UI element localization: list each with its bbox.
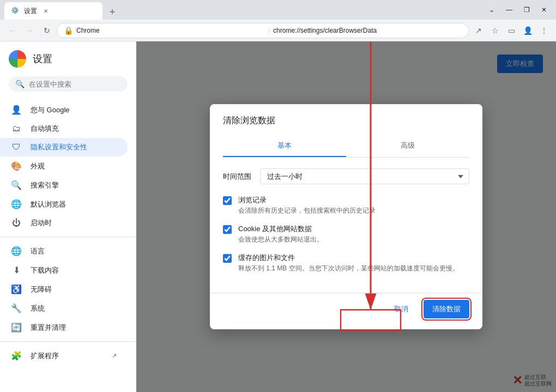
- sidebar-label-privacy: 隐私设置和安全性: [31, 142, 87, 152]
- minimize-button[interactable]: —: [501, 2, 517, 17]
- history-checkbox-item: 浏览记录 会清除所有历史记录，包括搜索框中的历史记录: [223, 195, 469, 215]
- external-link-icon: ↗: [112, 352, 117, 359]
- search-icon: 🔍: [15, 80, 25, 88]
- forward-button[interactable]: →: [22, 23, 37, 38]
- clear-data-button[interactable]: 清除数据: [424, 300, 469, 318]
- reload-button[interactable]: ↻: [39, 23, 55, 38]
- sidebar-item-startup[interactable]: ⏻ 启动时: [0, 214, 128, 232]
- sidebar-item-privacy[interactable]: 🛡 隐私设置和安全性: [0, 138, 128, 156]
- window-controls: ⌄ — ❐ ✕: [484, 2, 552, 17]
- main-area: 设置 🔍 👤 您与 Google 🗂 自动填充 🛡 隐私设置和安全性: [0, 41, 556, 392]
- tab-basic[interactable]: 基本: [223, 135, 346, 157]
- cast-button[interactable]: ▭: [504, 23, 519, 38]
- language-icon: 🌐: [11, 246, 22, 256]
- tab-favicon-icon: ⚙️: [11, 7, 20, 15]
- extension-icon: 🧩: [11, 351, 22, 361]
- sidebar-header: 设置: [0, 41, 136, 76]
- cookies-content: Cookie 及其他网站数据 会致使您从大多数网站退出。: [238, 224, 323, 244]
- sidebar-label-reset: 重置并清理: [31, 323, 66, 333]
- tab-close-button[interactable]: ✕: [41, 7, 50, 15]
- nav-divider-2: [0, 341, 136, 342]
- sidebar-item-appearance[interactable]: 🎨 外观: [0, 156, 128, 176]
- sidebar-label-default-browser: 默认浏览器: [31, 200, 66, 209]
- sidebar-label-downloads: 下载内容: [31, 266, 59, 275]
- modal-footer: 取消 清除数据: [210, 293, 482, 329]
- sidebar-item-reset[interactable]: 🔄 重置并清理: [0, 318, 128, 337]
- sidebar-item-system[interactable]: 🔧 系统: [0, 299, 128, 318]
- time-range-select[interactable]: 过去一小时过去24小时过去7天过去4周全部时间: [260, 168, 469, 184]
- sidebar-label-google: 您与 Google: [31, 105, 70, 115]
- nav-divider: [0, 237, 136, 237]
- cookies-title: Cookie 及其他网站数据: [238, 224, 323, 234]
- shield-icon: 🛡: [11, 142, 22, 152]
- autofill-icon: 🗂: [11, 124, 22, 134]
- sidebar-label-appearance: 外观: [31, 161, 45, 171]
- sidebar-title: 设置: [33, 52, 52, 65]
- system-icon: 🔧: [11, 303, 22, 313]
- modal-title: 清除浏览数据: [223, 115, 469, 126]
- cache-desc: 释放不到 1.1 MB 空间。当您下次访问时，某些网站的加载速度可能会更慢。: [238, 264, 459, 273]
- download-icon: ⬇: [11, 265, 22, 275]
- new-tab-button[interactable]: +: [105, 4, 120, 20]
- active-tab[interactable]: ⚙️ 设置 ✕: [4, 2, 102, 20]
- appearance-icon: 🎨: [11, 161, 22, 171]
- browser-icon: 🌐: [11, 199, 22, 209]
- sidebar-label-autofill: 自动填充: [31, 124, 59, 134]
- startup-icon: ⏻: [11, 218, 22, 228]
- sidebar-label-startup: 启动时: [31, 218, 52, 228]
- sidebar-label-extensions: 扩展程序: [31, 351, 59, 361]
- modal-overlay: 清除浏览数据 基本 高级 时间范围 过去一小时过去24小时过去7天过去4周全部时…: [136, 41, 556, 392]
- sidebar-item-default-browser[interactable]: 🌐 默认浏览器: [0, 195, 128, 214]
- sidebar-item-search[interactable]: 🔍 搜索引擎: [0, 176, 128, 195]
- title-bar: ⚙️ 设置 ✕ + ⌄ — ❐ ✕: [0, 0, 556, 20]
- settings-search-input[interactable]: [29, 80, 121, 88]
- address-bar: ← → ↻ 🔒 Chrome | chrome://settings/clear…: [0, 20, 556, 41]
- cancel-button[interactable]: 取消: [385, 300, 417, 318]
- settings-search-box[interactable]: 🔍: [9, 76, 128, 92]
- tab-advanced[interactable]: 高级: [346, 135, 469, 157]
- person-icon: 👤: [11, 105, 22, 115]
- sidebar-label-language: 语言: [31, 246, 45, 256]
- history-checkbox[interactable]: [223, 196, 232, 205]
- cache-checkbox[interactable]: [223, 254, 232, 263]
- sidebar-label-search: 搜索引擎: [31, 180, 59, 190]
- tab-strip: ⚙️ 设置 ✕ +: [4, 0, 484, 20]
- sidebar-item-autofill[interactable]: 🗂 自动填充: [0, 119, 128, 138]
- address-bar-actions: ↗ ☆ ▭ 👤 ⋮: [471, 23, 552, 38]
- settings-sidebar: 设置 🔍 👤 您与 Google 🗂 自动填充 🛡 隐私设置和安全性: [0, 41, 136, 392]
- sidebar-label-system: 系统: [31, 304, 45, 313]
- cache-title: 缓存的图片和文件: [238, 253, 459, 263]
- sidebar-item-language[interactable]: 🌐 语言: [0, 242, 128, 261]
- page-content: 立即检查 清除浏览数据: [136, 41, 556, 392]
- star-button[interactable]: ☆: [487, 23, 503, 38]
- chevron-down-icon[interactable]: ⌄: [484, 2, 499, 17]
- bookmark-button[interactable]: ↗: [471, 23, 486, 38]
- accessibility-icon: ♿: [11, 284, 22, 294]
- url-input[interactable]: 🔒 Chrome | chrome://settings/clearBrowse…: [57, 23, 469, 38]
- cookies-checkbox[interactable]: [223, 225, 232, 234]
- tab-title: 设置: [24, 7, 37, 16]
- sidebar-item-accessibility[interactable]: ♿ 无障碍: [0, 280, 128, 299]
- menu-button[interactable]: ⋮: [536, 23, 552, 38]
- sidebar-item-google[interactable]: 👤 您与 Google: [0, 100, 128, 119]
- time-range-row: 时间范围 过去一小时过去24小时过去7天过去4周全部时间: [223, 168, 469, 184]
- modal-body: 时间范围 过去一小时过去24小时过去7天过去4周全部时间 浏览记录 会清除所有历…: [210, 158, 482, 292]
- chrome-logo-icon: [9, 50, 26, 68]
- profile-button[interactable]: 👤: [520, 23, 535, 38]
- browser-frame: ⚙️ 设置 ✕ + ⌄ — ❐ ✕ ← → ↻ 🔒 Chrome | chrom…: [0, 0, 556, 392]
- sidebar-item-extensions[interactable]: 🧩 扩展程序 ↗: [0, 346, 128, 365]
- url-domain: Chrome: [76, 27, 265, 34]
- history-content: 浏览记录 会清除所有历史记录，包括搜索框中的历史记录: [238, 195, 376, 215]
- sidebar-item-downloads[interactable]: ⬇ 下载内容: [0, 261, 128, 280]
- restore-button[interactable]: ❐: [519, 2, 534, 17]
- reset-icon: 🔄: [11, 322, 22, 333]
- site-favicon-icon: 🔒: [64, 26, 73, 35]
- modal-tabs: 基本 高级: [223, 135, 469, 158]
- back-button[interactable]: ←: [4, 23, 20, 38]
- sidebar-nav: 👤 您与 Google 🗂 自动填充 🛡 隐私设置和安全性 🎨 外观 🔍: [0, 100, 136, 365]
- cache-content: 缓存的图片和文件 释放不到 1.1 MB 空间。当您下次访问时，某些网站的加载速…: [238, 253, 459, 273]
- close-button[interactable]: ✕: [536, 2, 552, 17]
- time-range-label: 时间范围: [223, 172, 251, 182]
- modal-header: 清除浏览数据 基本 高级: [210, 104, 482, 158]
- history-desc: 会清除所有历史记录，包括搜索框中的历史记录: [238, 206, 376, 215]
